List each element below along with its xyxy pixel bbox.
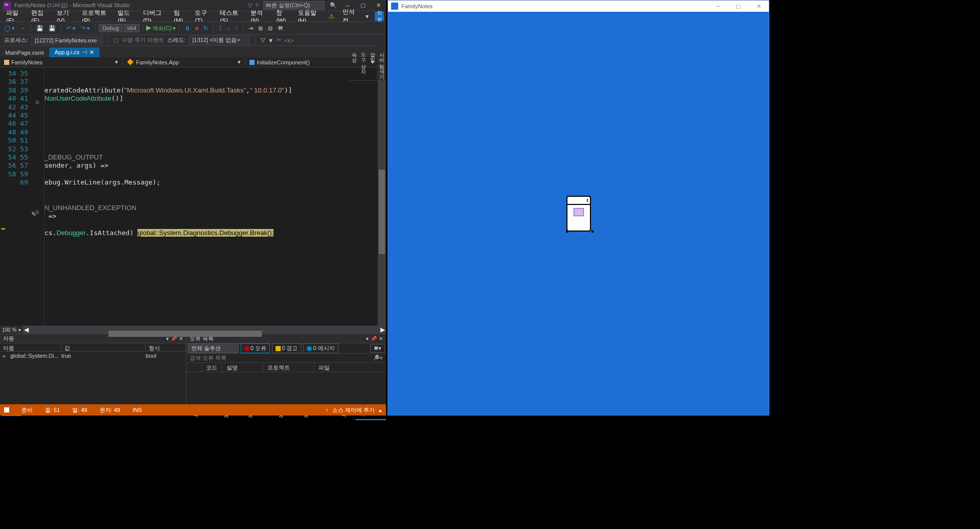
editor-vertical-scrollbar[interactable] (378, 67, 386, 326)
uwp-titlebar[interactable]: FamilyNotes ─ ▢ ✕ (388, 1, 769, 12)
zoom-dropdown[interactable]: 100 %▾ (0, 326, 23, 334)
minimize-button[interactable]: ─ (708, 1, 728, 12)
code-editor[interactable]: ➡ 34 35 36 37 38 39 40 41 42 43 44 45 46… (0, 67, 386, 326)
maximize-button[interactable]: ▢ (728, 1, 748, 12)
fridge-icon (566, 196, 591, 232)
filter-icon[interactable]: ▼ (268, 37, 274, 43)
xaml-icon[interactable]: <x> (284, 37, 293, 43)
lifecycle-icon[interactable]: ▢ (113, 37, 119, 43)
error-columns: 코드 설명 프로젝트 파일 (187, 363, 386, 372)
search-icon[interactable]: 🔍 (330, 2, 337, 9)
glyph-margin[interactable]: ➡ (0, 67, 6, 326)
class-dropdown[interactable]: 🔶FamilyNotes.App▾ (123, 58, 245, 66)
undo-button[interactable]: ↶ ▾ (64, 24, 78, 33)
continue-button[interactable]: 계속(C) ▾ (146, 25, 175, 32)
sidetab-server-explorer[interactable]: 서버 탐색기 (377, 45, 386, 81)
user-avatar[interactable]: 민전 (375, 12, 384, 21)
app-icon (391, 3, 398, 10)
source-control-up-icon[interactable]: ▴ (379, 407, 382, 413)
platform-dropdown[interactable]: x64 (124, 24, 140, 32)
publish-icon[interactable]: ↑ (325, 407, 328, 413)
line-numbers: 34 35 36 37 38 39 40 41 42 43 44 45 46 4… (6, 67, 34, 326)
vs-statusbar: 준비 줄: 51 열: 49 문자: 49 INS ↑ 소스 제어에 추가 ▴ (0, 404, 386, 416)
outlining-margin[interactable]: ⊟ ⊟ ✎ (34, 67, 44, 326)
vs-window: FamilyNotes (디버깅) - Microsoft Visual Stu… (0, 0, 386, 416)
app-body[interactable] (388, 12, 769, 415)
info-icon (307, 346, 312, 351)
status-mode-icon (4, 407, 9, 412)
autos-row[interactable]: global::System.Di... true bool (0, 352, 186, 360)
autos-window: 자동▾📌✕ 이름 값 형식 global::System.Di... true … (0, 334, 187, 416)
close-icon[interactable]: ✕ (379, 336, 383, 341)
save-all-button[interactable]: 💾 (47, 24, 58, 33)
search-icon[interactable]: 🔎▾ (373, 355, 383, 361)
redo-button[interactable]: ↷ ▾ (79, 24, 92, 33)
live-tree-button[interactable]: ⊟ (266, 24, 275, 33)
build-filter-icon[interactable]: ✖▾ (370, 344, 385, 353)
error-search[interactable]: 검색 오류 목록🔎▾ (187, 354, 386, 363)
pin-icon[interactable]: ⊣ (82, 49, 87, 55)
error-toolbar: 전체 솔루션 0 오류 0 경고 0 메시지 ✖▾ (187, 343, 386, 354)
autos-body[interactable]: global::System.Di... true bool (0, 352, 186, 405)
status-char: 문자: 49 (100, 406, 120, 414)
process-toolbar: 프로세스: [12272] FamilyNotes.exe ▢ 수명 주기 이벤… (0, 35, 386, 46)
pin-icon[interactable]: 📌 (371, 336, 377, 341)
messages-chip[interactable]: 0 메시지 (303, 343, 338, 353)
errors-chip[interactable]: 0 오류 (241, 343, 270, 353)
error-body[interactable] (187, 372, 386, 405)
thread-dropdown[interactable]: [1312] <이름 없음> (189, 35, 250, 45)
stop-debug-button[interactable]: ■ (193, 24, 201, 32)
error-list-window: 오류 목록▾📌✕ 전체 솔루션 0 오류 0 경고 0 메시지 ✖▾ 검색 오류… (187, 334, 386, 416)
scope-dropdown[interactable]: 전체 솔루션 (188, 343, 239, 353)
show-next-stmt-icon[interactable]: ⇥ (246, 24, 255, 33)
dropdown-icon[interactable]: ▾ (366, 336, 369, 341)
status-col: 열: 49 (72, 406, 87, 414)
config-dropdown[interactable]: Debug (99, 24, 122, 32)
status-ins: INS (132, 407, 142, 413)
warning-icon[interactable]: ⚠ (325, 12, 338, 21)
step-into-button[interactable]: ↓ (225, 24, 232, 32)
step-filter-icon[interactable]: ✂ (277, 37, 281, 43)
sidetab-properties[interactable]: 속성 (349, 45, 358, 81)
familynotes-app-window: FamilyNotes ─ ▢ ✕ (388, 0, 769, 416)
warning-icon (276, 346, 281, 351)
user-dropdown-icon[interactable]: ▾ (361, 12, 373, 21)
menubar: 파일(F) 편집(E) 보기(V) 프로젝트(P) 빌드(B) 디버그(D) 팀… (0, 11, 386, 21)
sidetab-toolbox[interactable]: 도구 상자 (358, 45, 368, 81)
process-label: 프로세스: (4, 36, 28, 44)
lifecycle-label[interactable]: 수명 주기 이벤트 (122, 36, 164, 44)
method-icon (249, 60, 255, 65)
warnings-chip[interactable]: 0 경고 (272, 343, 301, 353)
tab-appgics[interactable]: App.g.i.cs⊣✕ (50, 48, 100, 57)
main-toolbar: ◯ ▾ → 💾 💾 ↶ ▾ ↷ ▾ Debug x64 계속(C) ▾ ⏸ ■ … (0, 21, 386, 35)
break-all-button[interactable]: ⏸ (183, 24, 192, 32)
svg-marker-0 (146, 26, 151, 31)
csharp-project-icon (4, 60, 9, 65)
vs-logo-icon (3, 2, 11, 10)
restart-button[interactable]: ↻ (201, 24, 210, 33)
save-button[interactable]: 💾 (34, 24, 45, 33)
step-out-button[interactable]: ↑ (233, 24, 240, 32)
stack-frame-icon[interactable]: ▽ (261, 37, 265, 43)
tab-mainpage[interactable]: MainPage.xaml (0, 48, 50, 57)
threads-icon[interactable]: ⊞ (256, 24, 265, 33)
sidetab-notifications[interactable]: 알림 (368, 45, 377, 81)
toolbox-icon[interactable]: 🛠 (276, 24, 285, 32)
source-control-label[interactable]: 소스 제어에 추가 (332, 406, 375, 414)
class-icon: 🔶 (127, 59, 134, 65)
editor-horizontal-scrollbar[interactable]: 100 %▾ ◀ ▶ (0, 326, 386, 334)
document-tabs: MainPage.xaml App.g.i.cs⊣✕ ▾ (0, 46, 386, 57)
bottom-tool-windows: 자동▾📌✕ 이름 값 형식 global::System.Di... true … (0, 334, 386, 416)
close-tab-icon[interactable]: ✕ (89, 49, 94, 55)
code-nav-bar: FamilyNotes▾ 🔶FamilyNotes.App▾ Initializ… (0, 57, 386, 67)
project-dropdown[interactable]: FamilyNotes▾ (0, 58, 123, 66)
nav-back-button[interactable]: ◯ ▾ (2, 24, 17, 33)
close-button[interactable]: ✕ (748, 1, 769, 12)
right-side-tabs: 서버 탐색기 알림 도구 상자 속성 (377, 45, 386, 81)
status-line: 줄: 51 (45, 406, 60, 414)
process-dropdown[interactable]: [12272] FamilyNotes.exe (31, 36, 103, 44)
step-over-button[interactable]: ⤵ (217, 24, 224, 32)
code-content[interactable]: eratedCodeAttribute("Microsoft.Windows.U… (44, 67, 378, 326)
nav-fwd-button[interactable]: → (18, 24, 28, 32)
autos-columns: 이름 값 형식 (0, 343, 186, 352)
